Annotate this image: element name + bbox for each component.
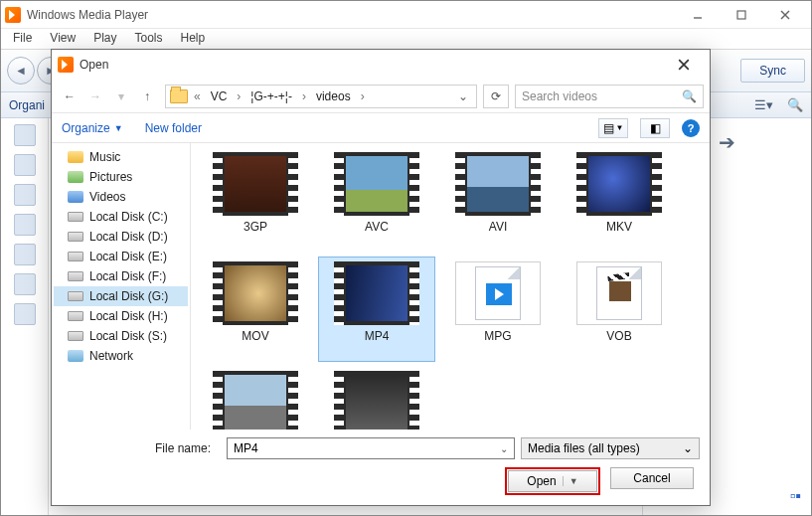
sync-button[interactable]: Sync bbox=[740, 59, 805, 83]
tree-item[interactable]: Local Disk (D:) bbox=[54, 227, 188, 247]
view-options-icon[interactable]: ☰▾ bbox=[754, 97, 773, 112]
view-mode-button[interactable]: ▤▼ bbox=[598, 118, 628, 138]
menu-file[interactable]: File bbox=[5, 29, 40, 49]
file-item[interactable]: MPG bbox=[439, 257, 557, 362]
chevron-down-icon[interactable]: ⌄ bbox=[500, 443, 508, 454]
address-bar[interactable]: « VC › ¦G-+-+¦- › videos › ⌄ bbox=[165, 85, 477, 108]
organize-menu[interactable]: Organize ▼ bbox=[62, 121, 123, 135]
tree-item-icon bbox=[68, 311, 83, 321]
wmp-back-button[interactable]: ◄ bbox=[7, 57, 35, 85]
file-name: AVI bbox=[489, 220, 507, 234]
chevron-right-icon[interactable]: › bbox=[235, 89, 243, 103]
organize-label[interactable]: Organi bbox=[9, 98, 45, 112]
video-thumb bbox=[576, 152, 662, 216]
sidebar-music-icon[interactable] bbox=[14, 184, 36, 206]
new-folder-button[interactable]: New folder bbox=[145, 121, 202, 135]
minimize-button[interactable] bbox=[676, 4, 720, 26]
sidebar-disc-icon[interactable] bbox=[14, 303, 36, 325]
breadcrumb-seg-3[interactable]: videos bbox=[312, 87, 355, 105]
nav-up-button[interactable]: ↑ bbox=[135, 85, 159, 108]
file-item[interactable]: WMV bbox=[318, 366, 435, 430]
dialog-navbar: ← → ▾ ↑ « VC › ¦G-+-+¦- › videos › ⌄ ⟳ S… bbox=[52, 80, 710, 113]
sidebar-other-icon[interactable] bbox=[14, 273, 36, 295]
tree-item-label: Local Disk (S:) bbox=[89, 329, 167, 343]
search-placeholder: Search videos bbox=[522, 89, 597, 103]
dialog-close-button[interactable] bbox=[664, 53, 704, 77]
sidebar-pictures-icon[interactable] bbox=[14, 244, 36, 265]
file-name-input[interactable]: MP4 ⌄ bbox=[227, 437, 515, 459]
chevron-down-icon: ▼ bbox=[114, 123, 123, 133]
breadcrumb-seg-1[interactable]: VC bbox=[207, 87, 232, 105]
file-item[interactable]: 3GP bbox=[197, 147, 314, 253]
nav-forward-button[interactable]: → bbox=[83, 85, 107, 108]
open-dialog: Open ← → ▾ ↑ « VC › ¦G-+-+¦- › videos › … bbox=[51, 49, 711, 506]
file-item[interactable]: AVC bbox=[318, 147, 435, 253]
wmp-titlebar: Windows Media Player bbox=[1, 1, 811, 29]
video-thumb bbox=[213, 371, 298, 430]
menu-tools[interactable]: Tools bbox=[126, 29, 170, 49]
tree-item[interactable]: Local Disk (S:) bbox=[54, 326, 188, 346]
next-arrow-icon[interactable]: ➔ bbox=[719, 130, 735, 154]
breadcrumb-chevrons[interactable]: « bbox=[192, 89, 203, 103]
tree-item[interactable]: Local Disk (H:) bbox=[54, 306, 188, 326]
close-button[interactable] bbox=[763, 4, 807, 26]
file-type-select[interactable]: Media files (all types) ⌄ bbox=[521, 437, 700, 459]
sidebar-library-icon[interactable] bbox=[14, 124, 36, 146]
breadcrumb-seg-2[interactable]: ¦G-+-+¦- bbox=[246, 87, 296, 105]
dialog-app-icon bbox=[58, 57, 74, 73]
file-item[interactable]: MP4 bbox=[318, 257, 435, 362]
tree-item[interactable]: Local Disk (E:) bbox=[54, 247, 188, 266]
sidebar-videos-icon[interactable] bbox=[14, 214, 36, 236]
video-thumb bbox=[334, 371, 419, 430]
menu-view[interactable]: View bbox=[42, 29, 83, 49]
switch-view-icon[interactable]: ▫▪ bbox=[790, 487, 801, 504]
open-split-dropdown[interactable]: ▼ bbox=[563, 476, 578, 486]
file-name-label: File name: bbox=[62, 441, 221, 455]
file-item[interactable]: WMV (2) bbox=[197, 366, 314, 430]
tree-item-label: Local Disk (H:) bbox=[89, 309, 168, 323]
file-pane: 3GPAVCAVIMKVMOVMP4MPGVOBWMV (2)WMV bbox=[191, 143, 710, 430]
tree-item[interactable]: Music bbox=[54, 147, 188, 167]
chevron-right-icon[interactable]: › bbox=[359, 89, 367, 103]
help-button[interactable]: ? bbox=[682, 119, 700, 137]
video-thumb bbox=[334, 261, 419, 325]
nav-back-button[interactable]: ← bbox=[58, 85, 81, 108]
address-dropdown[interactable]: ⌄ bbox=[454, 89, 472, 103]
video-thumb bbox=[334, 152, 419, 216]
tree-item-label: Local Disk (G:) bbox=[89, 289, 168, 303]
file-item[interactable]: VOB bbox=[561, 257, 678, 362]
tree-item-label: Local Disk (D:) bbox=[89, 230, 168, 244]
cancel-button[interactable]: Cancel bbox=[610, 467, 694, 489]
open-button[interactable]: Open ▼ bbox=[508, 470, 597, 492]
sidebar-playlist-icon[interactable] bbox=[14, 154, 36, 176]
tree-item-label: Videos bbox=[89, 190, 125, 204]
file-name: MPG bbox=[484, 329, 511, 343]
file-item[interactable]: AVI bbox=[439, 147, 557, 253]
cancel-button-label: Cancel bbox=[633, 471, 670, 485]
refresh-button[interactable]: ⟳ bbox=[483, 85, 509, 108]
tree-item[interactable]: Local Disk (G:) bbox=[54, 286, 188, 306]
preview-pane-button[interactable]: ◧ bbox=[640, 118, 670, 138]
chevron-right-icon[interactable]: › bbox=[300, 89, 308, 103]
tree-item-label: Local Disk (F:) bbox=[89, 269, 166, 283]
tree-item-label: Pictures bbox=[89, 170, 132, 184]
tree-item[interactable]: Videos bbox=[54, 187, 188, 207]
search-icon: 🔍 bbox=[682, 89, 697, 103]
tree-item[interactable]: Local Disk (F:) bbox=[54, 266, 188, 286]
dialog-title: Open bbox=[80, 58, 108, 72]
tree-item[interactable]: Network bbox=[54, 346, 188, 366]
nav-recent-dropdown[interactable]: ▾ bbox=[109, 85, 133, 108]
menu-help[interactable]: Help bbox=[173, 29, 214, 49]
tree-item-label: Network bbox=[89, 349, 133, 363]
file-name: MKV bbox=[606, 220, 632, 234]
maximize-button[interactable] bbox=[720, 4, 763, 26]
file-name: VOB bbox=[606, 329, 631, 343]
search-icon[interactable]: 🔍 bbox=[787, 97, 803, 112]
tree-item[interactable]: Pictures bbox=[54, 167, 188, 187]
file-item[interactable]: MOV bbox=[197, 257, 314, 362]
file-item[interactable]: MKV bbox=[561, 147, 678, 253]
menu-play[interactable]: Play bbox=[85, 29, 124, 49]
folder-tree: MusicPicturesVideosLocal Disk (C:)Local … bbox=[52, 143, 191, 430]
tree-item[interactable]: Local Disk (C:) bbox=[54, 207, 188, 227]
search-input[interactable]: Search videos 🔍 bbox=[515, 85, 704, 108]
